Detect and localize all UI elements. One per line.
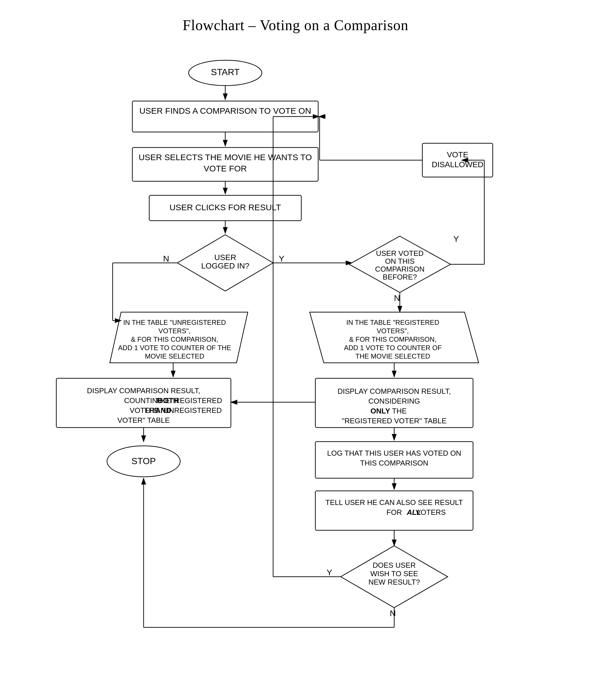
diamond2-line3: COMPARISON: [375, 265, 424, 273]
para-left-l2: VOTERS",: [158, 327, 191, 335]
label-y-diamond1: Y: [278, 254, 284, 263]
vote-disallowed-line1: VOTE: [447, 150, 468, 159]
display-left-l5: VOTER" TABLE: [117, 416, 170, 424]
label-n-diamond2: N: [394, 293, 400, 302]
display-right-l1: DISPLAY COMPARISON RESULT,: [337, 387, 451, 396]
display-left-l4: THE "UNREGISTERED: [144, 406, 221, 415]
diamond3-l1: DOES USER: [373, 561, 415, 569]
diamond2-line4: BEFORE?: [383, 273, 417, 281]
diamond2-line2: ON THIS: [385, 257, 414, 265]
para-right-l2: VOTERS",: [377, 327, 409, 335]
label-y-diamond3: Y: [326, 568, 332, 577]
page-title: Flowchart – Voting on a Comparison: [11, 17, 580, 33]
label-n-diamond3: N: [390, 609, 396, 618]
label-y-diamond2: Y: [453, 234, 459, 243]
para-right-l1: IN THE TABLE "REGISTERED: [346, 319, 439, 326]
display-left-the: THE "REGISTERED: [155, 396, 222, 405]
para-right-l5: THE MOVIE SELECTED: [355, 352, 430, 360]
para-left-l1: IN THE TABLE "UNREGISTERED: [123, 319, 226, 326]
tell-user-voters: VOTERS: [415, 508, 446, 516]
diamond1-line1: USER: [214, 253, 236, 262]
page: Flowchart – Voting on a Comparison START…: [0, 0, 591, 700]
step2-line1: USER SELECTS THE MOVIE HE WANTS TO: [138, 152, 312, 162]
diamond1-line2: LOGGED IN?: [201, 262, 249, 270]
diamond3-l2: WISH TO SEE: [370, 569, 418, 578]
para-left-l4: ADD 1 VOTE TO COUNTER OF THE: [118, 344, 231, 352]
display-right-l3: "REGISTERED VOTER" TABLE: [342, 417, 446, 425]
step1-label: USER FINDS A COMPARISON TO VOTE ON: [139, 106, 311, 116]
para-left-l3: & FOR THIS COMPARISON,: [131, 336, 218, 343]
para-right-l3: & FOR THIS COMPARISON,: [349, 336, 437, 343]
diamond3-l3: NEW RESULT?: [368, 578, 420, 586]
start-label: START: [211, 67, 240, 77]
stop-label: STOP: [131, 456, 156, 466]
vote-disallowed-line2: DISALLOWED: [432, 160, 483, 169]
tell-user-l1: TELL USER HE CAN ALSO SEE RESULT: [325, 498, 463, 507]
log-l1: LOG THAT THIS USER HAS VOTED ON: [327, 449, 461, 458]
display-left-l1: DISPLAY COMPARISON RESULT,: [87, 387, 200, 395]
display-right-l2b: ONLY THE: [370, 407, 407, 415]
tell-user-l2: FOR: [386, 508, 402, 516]
diamond2-line1: USER VOTED: [376, 249, 423, 258]
step2-line2: VOTE FOR: [204, 164, 247, 173]
flowchart: START USER FINDS A COMPARISON TO VOTE ON…: [28, 50, 563, 698]
display-right-l2: CONSIDERING: [368, 397, 420, 405]
log-l2: THIS COMPARISON: [360, 459, 428, 467]
para-left-l5: MOVIE SELECTED: [145, 352, 204, 360]
step3-label: USER CLICKS FOR RESULT: [169, 203, 281, 212]
label-n-diamond1: N: [163, 254, 169, 263]
para-right-l4: ADD 1 VOTE TO COUNTER OF: [344, 344, 442, 352]
